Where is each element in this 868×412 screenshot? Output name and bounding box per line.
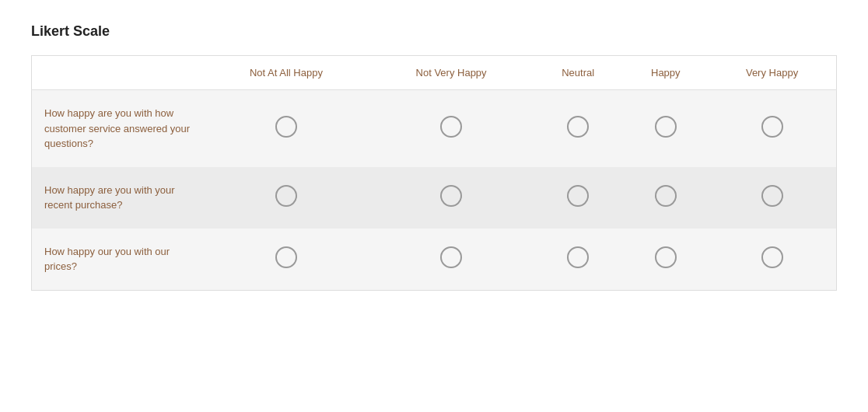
radio-input-row2-col5[interactable]	[761, 185, 783, 207]
col-header-not-at-all-happy: Not At All Happy	[203, 56, 370, 90]
radio-input-row1-col5[interactable]	[761, 116, 783, 138]
radio-input-row2-col2[interactable]	[440, 185, 462, 207]
col-header-not-very-happy: Not Very Happy	[369, 56, 532, 90]
radio-cell-row2-col4[interactable]	[624, 167, 709, 229]
question-text: How happy our you with our prices?	[32, 229, 203, 291]
radio-cell-row3-col5[interactable]	[708, 229, 836, 291]
radio-cell-row2-col2[interactable]	[369, 167, 532, 229]
radio-cell-row3-col4[interactable]	[624, 229, 709, 291]
likert-scale-table: Not At All Happy Not Very Happy Neutral …	[31, 55, 837, 291]
page-title: Likert Scale	[31, 23, 837, 40]
radio-input-row1-col3[interactable]	[567, 116, 589, 138]
radio-cell-row2-col3[interactable]	[533, 167, 624, 229]
radio-input-row1-col4[interactable]	[655, 116, 677, 138]
radio-cell-row1-col5[interactable]	[708, 90, 836, 167]
radio-cell-row1-col2[interactable]	[369, 90, 532, 167]
radio-input-row1-col2[interactable]	[440, 116, 462, 138]
radio-cell-row3-col2[interactable]	[369, 229, 532, 291]
table-row: How happy are you with how customer serv…	[32, 90, 837, 167]
radio-input-row3-col5[interactable]	[761, 246, 783, 268]
radio-cell-row2-col5[interactable]	[708, 167, 836, 229]
radio-input-row2-col3[interactable]	[567, 185, 589, 207]
radio-cell-row1-col1[interactable]	[203, 90, 370, 167]
radio-input-row3-col4[interactable]	[655, 246, 677, 268]
table-header-row: Not At All Happy Not Very Happy Neutral …	[32, 56, 837, 90]
table-row: How happy our you with our prices?	[32, 229, 837, 291]
radio-input-row1-col1[interactable]	[275, 116, 297, 138]
col-header-very-happy: Very Happy	[708, 56, 836, 90]
radio-cell-row1-col3[interactable]	[533, 90, 624, 167]
question-text: How happy are you with how customer serv…	[32, 90, 203, 167]
radio-input-row2-col4[interactable]	[655, 185, 677, 207]
radio-input-row3-col3[interactable]	[567, 246, 589, 268]
radio-cell-row3-col3[interactable]	[533, 229, 624, 291]
radio-input-row3-col1[interactable]	[275, 246, 297, 268]
radio-cell-row3-col1[interactable]	[203, 229, 370, 291]
table-row: How happy are you with your recent purch…	[32, 167, 837, 229]
col-header-happy: Happy	[624, 56, 709, 90]
radio-cell-row1-col4[interactable]	[624, 90, 709, 167]
radio-cell-row2-col1[interactable]	[203, 167, 370, 229]
col-header-neutral: Neutral	[533, 56, 624, 90]
radio-input-row2-col1[interactable]	[275, 185, 297, 207]
radio-input-row3-col2[interactable]	[440, 246, 462, 268]
col-header-question	[32, 56, 203, 90]
question-text: How happy are you with your recent purch…	[32, 167, 203, 229]
